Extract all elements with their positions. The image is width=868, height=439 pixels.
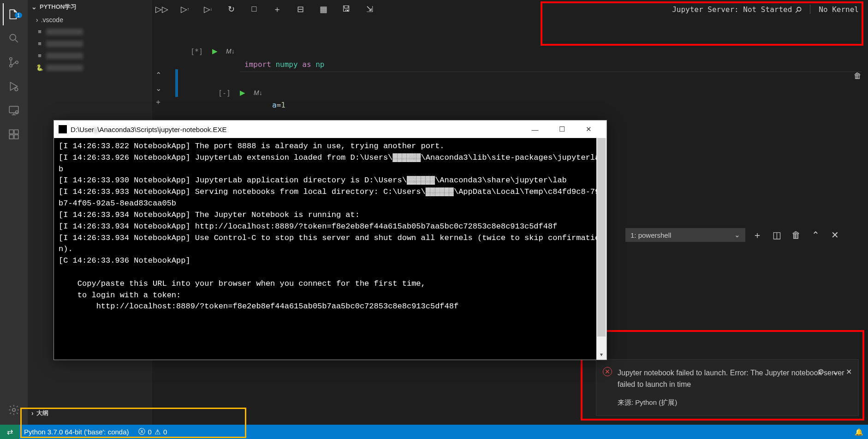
settings-gear-icon[interactable] bbox=[3, 399, 25, 421]
run-above-icon[interactable]: ▷↑ bbox=[177, 1, 193, 17]
run-debug-icon[interactable] bbox=[3, 75, 25, 97]
remote-icon: ⇄ bbox=[7, 427, 13, 436]
svg-point-6 bbox=[15, 111, 18, 114]
file-label: main.py bbox=[46, 65, 83, 71]
add-cell-icon[interactable]: ＋ bbox=[269, 1, 285, 17]
markdown-toggle[interactable]: M↓ bbox=[254, 89, 262, 96]
external-terminal-window[interactable]: D:\Users\Anaconda3\Scripts\jupyter-noteb… bbox=[54, 120, 607, 360]
close-button[interactable]: ✕ bbox=[575, 120, 602, 138]
terminal-panel-toolbar: 1: powershell ⌄ ＋ ◫ 🗑 ⌃ ✕ bbox=[624, 226, 868, 244]
terminal-selector[interactable]: 1: powershell ⌄ bbox=[625, 228, 745, 242]
svg-rect-9 bbox=[14, 135, 18, 139]
kill-terminal-icon[interactable]: 🗑 bbox=[789, 230, 803, 241]
outline-title: 大纲 bbox=[36, 409, 48, 417]
variables-icon[interactable]: ▦ bbox=[315, 1, 331, 17]
remote-indicator[interactable]: ⇄ bbox=[0, 425, 19, 439]
export-icon[interactable]: ⇲ bbox=[362, 1, 377, 17]
chevron-down-icon: ⌄ bbox=[734, 231, 740, 239]
run-all-icon[interactable]: ▷▷ bbox=[154, 1, 170, 17]
maximize-button[interactable]: ☐ bbox=[548, 120, 575, 138]
svg-point-1 bbox=[10, 58, 12, 60]
terminal-output[interactable]: [I 14:26:33.822 NotebookApp] The port 88… bbox=[54, 138, 606, 360]
explorer-icon[interactable]: 1 bbox=[3, 3, 25, 25]
svg-rect-5 bbox=[9, 106, 18, 113]
run-cell-icon[interactable]: ▶ bbox=[212, 47, 218, 55]
search-icon[interactable] bbox=[3, 27, 25, 49]
plug-icon: ⚲ bbox=[793, 4, 804, 15]
code-line[interactable]: a=1 bbox=[268, 100, 862, 110]
new-terminal-icon[interactable]: ＋ bbox=[750, 229, 765, 241]
jupyter-server-label: Jupyter Server: Not Started bbox=[672, 5, 792, 14]
gear-icon[interactable]: ⚙ bbox=[816, 366, 826, 378]
activity-bar: 1 bbox=[0, 0, 28, 425]
window-title: D:\Users\Anaconda3\Scripts\jupyter-noteb… bbox=[71, 126, 227, 133]
chevron-right-icon: › bbox=[36, 16, 38, 24]
notebook-cell[interactable]: [*] ▶ M↓ import numpy as np bbox=[180, 46, 868, 56]
save-icon[interactable]: 🖫 bbox=[339, 1, 354, 17]
error-count: 0 bbox=[148, 428, 152, 436]
outline-header[interactable]: › 大纲 bbox=[28, 406, 152, 420]
move-up-icon[interactable]: ⌃ bbox=[155, 71, 161, 79]
extensions-icon[interactable] bbox=[3, 123, 25, 145]
restart-icon[interactable]: ↻ bbox=[223, 1, 239, 17]
active-cell-indicator bbox=[175, 69, 178, 97]
window-titlebar[interactable]: D:\Users\Anaconda3\Scripts\jupyter-noteb… bbox=[54, 120, 606, 138]
remote-explorer-icon[interactable] bbox=[3, 99, 25, 121]
explorer-folder-header[interactable]: ⌄ PYTHON学习 bbox=[28, 0, 152, 14]
status-bar: ⇄ Python 3.7.0 64-bit ('base': conda) ⓧ … bbox=[0, 425, 868, 439]
list-icon: ≡ bbox=[36, 40, 43, 48]
scrollbar-thumb[interactable] bbox=[597, 138, 606, 337]
maximize-panel-icon[interactable]: ⌃ bbox=[808, 229, 823, 241]
list-icon: ≡ bbox=[36, 28, 43, 36]
delete-cell-icon[interactable]: 🗑 bbox=[854, 72, 862, 81]
file-item[interactable]: ≡ utils.py bbox=[28, 50, 152, 62]
code-line[interactable]: import numpy as np bbox=[240, 59, 862, 72]
svg-point-2 bbox=[10, 65, 12, 67]
warning-count: 0 bbox=[163, 428, 167, 436]
file-item[interactable]: ≡ train.py bbox=[28, 38, 152, 50]
warning-count-icon: ⚠ bbox=[155, 428, 161, 436]
source-control-icon[interactable] bbox=[3, 51, 25, 73]
error-count-icon: ⓧ bbox=[138, 427, 145, 436]
notification-message: Jupyter notebook failed to launch. Error… bbox=[618, 367, 849, 391]
explorer-badge: 1 bbox=[15, 12, 22, 18]
svg-rect-7 bbox=[9, 130, 13, 134]
run-cell-icon[interactable]: ▶ bbox=[240, 89, 245, 97]
chevron-down-icon[interactable]: ⌄ bbox=[830, 366, 840, 378]
scrollbar[interactable]: ▾ bbox=[596, 138, 606, 360]
notebook-cell[interactable]: [-] ▶ M↓ a=1 bbox=[180, 88, 868, 97]
separator bbox=[810, 5, 810, 14]
scroll-down-icon[interactable]: ▾ bbox=[596, 349, 606, 360]
add-below-icon[interactable]: ＋ bbox=[155, 97, 162, 107]
chevron-right-icon: › bbox=[31, 409, 34, 417]
python-interpreter-status[interactable]: Python 3.7.0 64-bit ('base': conda) bbox=[19, 425, 134, 439]
svg-rect-10 bbox=[14, 130, 18, 134]
cell-exec-count: [*] bbox=[180, 46, 203, 56]
kernel-status[interactable]: No Kernel bbox=[819, 5, 859, 14]
jupyter-server-status[interactable]: Jupyter Server: Not Started ⚲ bbox=[672, 5, 802, 14]
run-below-icon[interactable]: ▷↓ bbox=[200, 1, 216, 17]
notifications-status[interactable]: 🔔 bbox=[850, 428, 868, 436]
explorer-folder-name: PYTHON学习 bbox=[40, 3, 77, 11]
python-interpreter-label: Python 3.7.0 64-bit ('base': conda) bbox=[24, 428, 129, 436]
minimize-button[interactable]: — bbox=[522, 120, 548, 138]
close-icon[interactable]: ✕ bbox=[844, 366, 854, 378]
svg-point-11 bbox=[12, 409, 16, 412]
notification-source: 来源: Python (扩展) bbox=[618, 397, 849, 408]
svg-rect-8 bbox=[9, 135, 13, 139]
terminal-selector-label: 1: powershell bbox=[630, 231, 671, 239]
close-panel-icon[interactable]: ✕ bbox=[827, 229, 842, 241]
move-down-icon[interactable]: ⌄ bbox=[155, 84, 161, 93]
notification-toast: ✕ Jupyter notebook failed to launch. Err… bbox=[596, 359, 859, 416]
file-item[interactable]: 🐍 main.py bbox=[28, 62, 152, 74]
file-item-vscode[interactable]: › .vscode bbox=[28, 14, 152, 26]
file-item[interactable]: ≡ model.py bbox=[28, 26, 152, 38]
interrupt-icon[interactable]: □ bbox=[246, 1, 262, 17]
split-terminal-icon[interactable]: ◫ bbox=[769, 229, 784, 241]
clear-outputs-icon[interactable]: ⊟ bbox=[292, 1, 308, 17]
problems-status[interactable]: ⓧ 0 ⚠ 0 bbox=[134, 425, 172, 439]
bell-icon: 🔔 bbox=[855, 428, 863, 436]
markdown-toggle[interactable]: M↓ bbox=[226, 48, 235, 55]
file-label: utils.py bbox=[46, 53, 83, 59]
file-label: .vscode bbox=[41, 16, 63, 24]
